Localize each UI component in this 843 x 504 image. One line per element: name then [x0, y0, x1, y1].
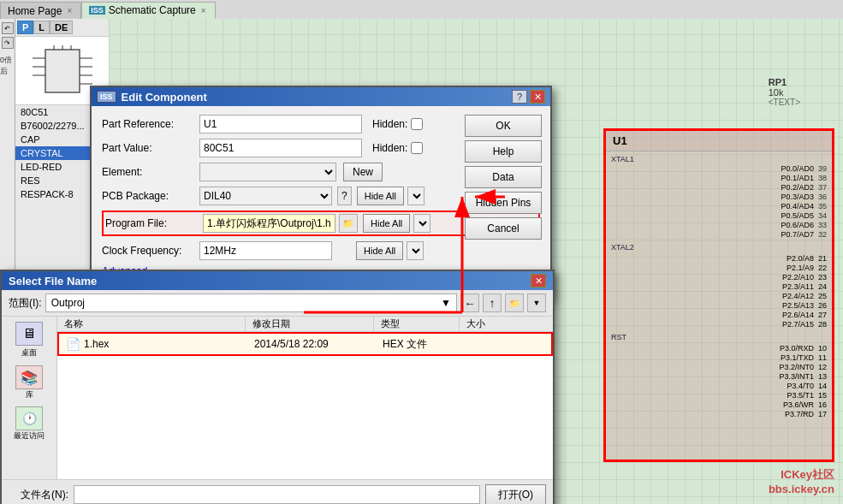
filename-input[interactable] — [74, 485, 480, 504]
desktop-icon: 🖥 — [15, 322, 43, 346]
location-label: 范围(I): — [9, 296, 42, 311]
panel-tab-de[interactable]: DE — [50, 21, 73, 34]
toolbar-menu-btn[interactable]: ▼ — [527, 294, 546, 312]
tab-home[interactable]: Home Page × — [0, 2, 81, 19]
program-file-input[interactable] — [203, 214, 335, 233]
p3-pins: P3.0/RXD10 P3.1/TXD11 P3.2/INT012 P3.3/I… — [611, 344, 827, 418]
panel-tab-l[interactable]: L — [33, 21, 50, 34]
program-file-label: Program File: — [105, 217, 199, 229]
part-reference-label: Part Reference: — [102, 118, 196, 130]
new-button[interactable]: New — [343, 163, 383, 181]
pcb-package-select[interactable]: DIL40 — [199, 187, 332, 205]
left-icon-desktop[interactable]: 🖥 桌面 — [15, 322, 43, 359]
location-value: Outproj — [51, 297, 85, 309]
watermark-line1: ICKey社区 — [769, 467, 834, 483]
clock-freq-input[interactable] — [199, 241, 332, 260]
filename-label: 文件名(N): — [9, 488, 68, 502]
hide-all-3-button[interactable]: Hide All — [356, 241, 403, 260]
hidden-label-2: Hidden: — [372, 142, 407, 154]
dialog-help-icon[interactable]: ? — [512, 90, 527, 104]
p0-ad0: P0.0/AD0 — [611, 164, 817, 173]
cancel-button[interactable]: Cancel — [465, 217, 542, 240]
chip-pins-container: XTAL1 P0.0/AD039 P0.1/AD138 P0.2/AD237 P… — [606, 151, 832, 422]
part-value-input[interactable] — [199, 139, 362, 157]
col-type[interactable]: 类型 — [374, 317, 460, 331]
file-dialog-title: Select File Name — [9, 275, 97, 288]
panel-tab-p[interactable]: P — [17, 21, 33, 34]
help-button[interactable]: Help — [465, 140, 542, 163]
undo-btn[interactable]: ↶ — [2, 22, 14, 34]
xtal2-row: XTAL2 — [611, 243, 827, 252]
hide-all-2-dropdown[interactable] — [413, 214, 430, 233]
toolbar-back-btn[interactable]: ← — [460, 294, 479, 312]
tab-schematic[interactable]: ISS Schematic Capture × — [81, 2, 215, 19]
element-label: Element: — [102, 166, 196, 178]
hide-all-3-dropdown[interactable] — [407, 241, 424, 260]
rp1-label: RP1 — [769, 77, 800, 87]
dialog-title-buttons: ? ✕ — [512, 90, 545, 104]
col-date[interactable]: 修改日期 — [246, 317, 374, 331]
element-select[interactable] — [199, 163, 336, 181]
pcb-package-question[interactable]: ? — [337, 187, 352, 205]
file-row-1[interactable]: 📄 1.hex 2014/5/18 22:09 HEX 文件 — [57, 332, 553, 356]
library-icon: 📚 — [15, 365, 43, 389]
edit-component-dialog: ISS Edit Component ? ✕ OK Help Data Hidd… — [90, 86, 552, 299]
file-dialog-footer: 文件名(N): 打开(O) 文件类型(T): 取消 — [2, 479, 553, 504]
tab-schematic-icon: ISS — [89, 6, 105, 15]
dialog-title-icon: ISS — [97, 91, 116, 103]
file-date-cell: 2014/5/18 22:09 — [247, 338, 376, 350]
tab-home-close[interactable]: × — [65, 6, 74, 15]
ok-button[interactable]: OK — [465, 115, 542, 137]
file-name-cell: 📄 1.hex — [59, 337, 247, 351]
recent-label: 最近访问 — [14, 432, 45, 441]
tab-home-label: Home Page — [8, 5, 62, 17]
file-list-header: 名称 修改日期 类型 大小 — [57, 317, 553, 332]
col-size[interactable]: 大小 — [460, 317, 553, 331]
part-reference-input[interactable] — [199, 115, 362, 133]
library-label: 库 — [26, 391, 33, 400]
col-name[interactable]: 名称 — [57, 317, 246, 331]
desktop-label: 桌面 — [21, 347, 37, 359]
recent-icon: 🕐 — [15, 406, 43, 430]
hide-all-1-dropdown[interactable] — [407, 187, 424, 205]
rst-label: RST — [611, 333, 626, 341]
footer-filename-row: 文件名(N): 打开(O) — [9, 484, 546, 504]
rst-row: RST — [611, 333, 827, 341]
open-button[interactable]: 打开(O) — [485, 484, 546, 504]
toolbar-up-btn[interactable]: ↑ — [483, 294, 502, 312]
toolbar-new-folder-btn[interactable]: 📁 — [505, 294, 524, 312]
file-select-dialog: Select File Name ✕ 范围(I): Outproj ▼ ← ↑ … — [0, 270, 555, 504]
redo-btn[interactable]: ↷ — [2, 37, 14, 49]
hidden-pins-button[interactable]: Hidden Pins — [465, 192, 542, 214]
xtal1-label: XTAL1 — [611, 155, 634, 163]
pcb-package-label: PCB Package: — [102, 190, 196, 202]
hidden-check-2[interactable] — [411, 142, 423, 154]
watermark-line2: bbs.ickey.cn — [769, 483, 834, 495]
dialog-close-icon[interactable]: ✕ — [530, 90, 545, 104]
file-dialog-body: 🖥 桌面 📚 库 🕐 最近访问 名称 修改日期 类型 大小 — [2, 317, 553, 479]
svg-rect-0 — [45, 50, 80, 92]
file-name: 1.hex — [84, 338, 109, 350]
u1-schematic-area: U1 XTAL1 P0.0/AD039 P0.1/AD138 P0.2/AD23… — [603, 128, 834, 462]
rp1-text: <TEXT> — [769, 98, 800, 107]
tab-schematic-label: Schematic Capture — [109, 4, 196, 16]
left-icon-recent[interactable]: 🕐 最近访问 — [14, 406, 45, 441]
dialog-title-text: Edit Component — [122, 91, 207, 104]
tab-schematic-close[interactable]: × — [199, 6, 208, 15]
file-list-area: 名称 修改日期 类型 大小 📄 1.hex 2014/5/18 22:09 HE… — [57, 317, 553, 479]
rp1-value: 10k — [769, 87, 800, 98]
clock-freq-row: Clock Frequency: Hide All — [102, 241, 540, 260]
zoom-label: 0倍后 — [0, 55, 15, 77]
hide-all-2-button[interactable]: Hide All — [363, 214, 410, 233]
panel-tab-row: P L DE — [15, 19, 109, 37]
location-dropdown[interactable]: Outproj ▼ — [45, 294, 457, 312]
tab-bar: Home Page × ISS Schematic Capture × — [0, 0, 843, 19]
data-button[interactable]: Data — [465, 166, 542, 188]
file-browse-button[interactable]: 📁 — [339, 214, 358, 233]
xtal1-row: XTAL1 — [611, 155, 827, 163]
hidden-check-1[interactable] — [411, 118, 423, 130]
hide-all-1-button[interactable]: Hide All — [357, 187, 404, 205]
file-dialog-close[interactable]: ✕ — [531, 274, 546, 288]
left-icon-library[interactable]: 📚 库 — [15, 365, 43, 400]
dialog-title-left: ISS Edit Component — [97, 91, 207, 104]
